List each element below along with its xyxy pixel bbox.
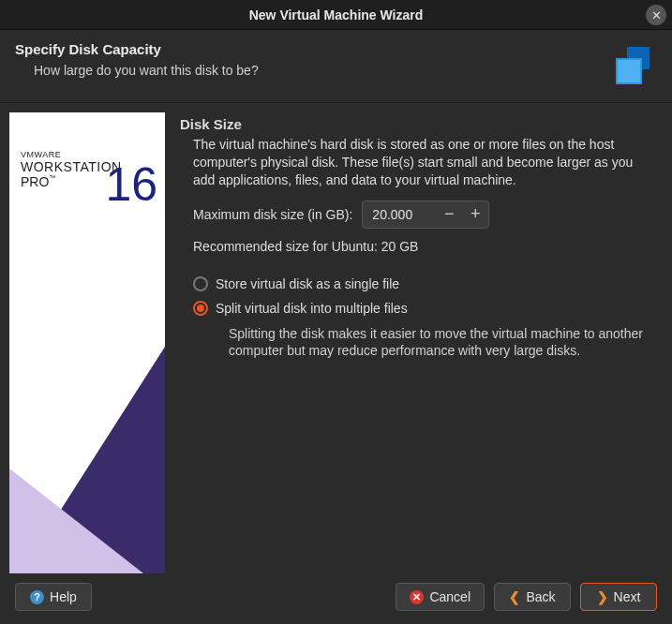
section-title: Disk Size [180, 116, 657, 132]
decrease-button[interactable]: − [436, 201, 462, 228]
disk-allocation-group: Store virtual disk as a single file Spli… [193, 276, 657, 361]
wizard-footer: ? Help ✕ Cancel ❮ Back ❯ Next [0, 573, 672, 624]
sidebar-branding: VMWARE WORKSTATION PRO™ 16 [9, 112, 165, 573]
increase-button[interactable]: + [462, 201, 488, 228]
minus-icon: − [444, 204, 455, 224]
radio-label: Store virtual disk as a single file [216, 276, 399, 291]
svg-rect-2 [618, 60, 640, 82]
window-title: New Virtual Machine Wizard [0, 7, 672, 22]
cancel-label: Cancel [429, 589, 470, 604]
cancel-icon: ✕ [410, 590, 424, 604]
back-button[interactable]: ❮ Back [494, 583, 571, 611]
wizard-body: VMWARE WORKSTATION PRO™ 16 Disk Size The… [0, 103, 672, 573]
help-icon: ? [30, 590, 44, 604]
disk-icon [608, 41, 657, 93]
radio-icon [193, 276, 208, 291]
chevron-right-icon: ❯ [597, 589, 608, 604]
radio-label: Split virtual disk into multiple files [216, 301, 408, 316]
next-button[interactable]: ❯ Next [580, 583, 657, 611]
page-title: Specify Disk Capacity [15, 41, 608, 57]
brand-version: 16 [105, 157, 157, 212]
max-size-label: Maximum disk size (in GB): [193, 207, 352, 222]
recommended-text: Recommended size for Ubuntu: 20 GB [193, 238, 657, 256]
radio-single-file[interactable]: Store virtual disk as a single file [193, 276, 657, 291]
split-description: Splitting the disk makes it easier to mo… [229, 325, 657, 361]
content-area: Disk Size The virtual machine's hard dis… [180, 112, 657, 564]
chevron-left-icon: ❮ [509, 589, 520, 604]
header-text: Specify Disk Capacity How large do you w… [15, 41, 608, 78]
cancel-button[interactable]: ✕ Cancel [396, 583, 485, 611]
back-label: Back [526, 589, 555, 604]
close-button[interactable]: ✕ [646, 5, 666, 25]
page-subtitle: How large do you want this disk to be? [34, 63, 608, 78]
disk-size-spinner: − + [362, 201, 489, 229]
titlebar: New Virtual Machine Wizard ✕ [0, 0, 672, 30]
radio-icon [193, 301, 208, 316]
close-icon: ✕ [651, 8, 662, 22]
next-label: Next [614, 589, 641, 604]
help-label: Help [50, 589, 77, 604]
plus-icon: + [470, 204, 481, 224]
help-button[interactable]: ? Help [15, 583, 92, 611]
max-size-row: Maximum disk size (in GB): − + [193, 201, 657, 229]
disk-size-input[interactable] [363, 207, 436, 222]
section-description: The virtual machine's hard disk is store… [193, 136, 657, 189]
radio-split-files[interactable]: Split virtual disk into multiple files [193, 301, 657, 316]
wizard-header: Specify Disk Capacity How large do you w… [0, 30, 672, 103]
